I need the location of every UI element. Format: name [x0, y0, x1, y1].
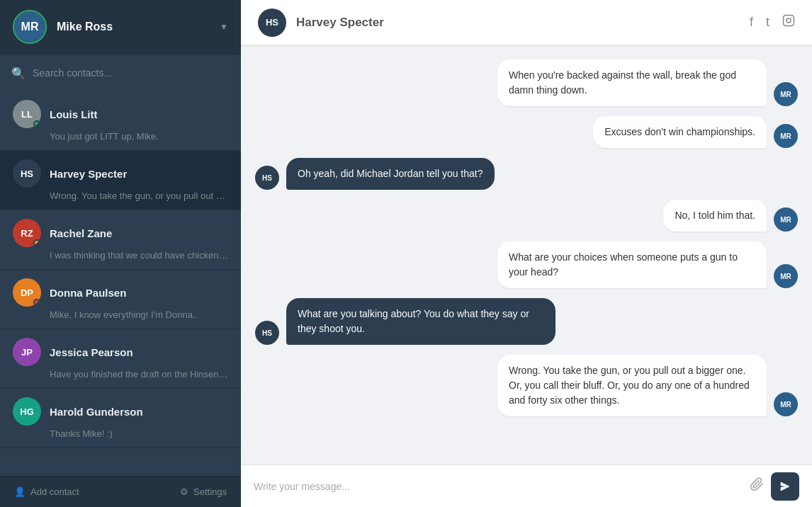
current-user-avatar: MR — [13, 10, 47, 44]
add-contact-label: Add contact — [30, 486, 79, 497]
sidebar-footer: 👤 Add contact ⚙ Settings — [0, 476, 241, 507]
status-dot-donna-paulsen — [33, 299, 40, 306]
add-contact-button[interactable]: 👤 Add contact — [14, 486, 79, 497]
message-avatar-m6: HS — [255, 321, 279, 345]
header-icons: f t — [750, 14, 795, 30]
message-input-area — [241, 465, 812, 507]
contact-avatar-donna-paulsen: DP — [13, 278, 41, 307]
message-avatar-m2: MR — [774, 124, 798, 148]
contact-name-donna-paulsen: Donna Paulsen — [50, 287, 126, 299]
message-bubble-m6: What are you talking about? You do what … — [286, 298, 556, 345]
facebook-icon[interactable]: f — [750, 15, 753, 30]
message-row-m1: When you're backed against the wall, bre… — [255, 59, 798, 106]
contact-name-jessica-pearson: Jessica Pearson — [50, 346, 133, 358]
contact-item-louis-litt[interactable]: LL Louis Litt You just got LITT up, Mike… — [0, 91, 241, 151]
message-avatar-m5: MR — [774, 264, 798, 288]
contact-preview-jessica-pearson: Have you finished the draft on the Hinse… — [13, 369, 228, 380]
message-bubble-m5: What are your choices when someone puts … — [497, 241, 767, 288]
message-row-m2: Excuses don't win championships.MR — [255, 116, 798, 148]
contact-preview-harvey-specter: Wrong. You take the gun, or you pull out… — [13, 190, 228, 201]
contact-avatar-image-harold-gunderson: HG — [13, 397, 41, 426]
svg-point-1 — [786, 18, 791, 23]
chat-contact-avatar-image: HS — [258, 8, 286, 37]
message-bubble-m7: Wrong. You take the gun, or you pull out… — [497, 355, 767, 416]
settings-button[interactable]: ⚙ Settings — [180, 486, 227, 497]
add-contact-icon: 👤 — [14, 486, 26, 497]
chat-area: HS Harvey Specter f t When you're backed… — [241, 0, 812, 507]
status-dot-rachel-zane — [33, 239, 40, 246]
contact-item-donna-paulsen[interactable]: DP Donna Paulsen Mike, I know everything… — [0, 270, 241, 329]
user-dropdown-icon[interactable]: ▼ — [220, 22, 228, 32]
message-row-m3: HSOh yeah, did Michael Jordan tell you t… — [255, 158, 798, 190]
send-button[interactable] — [771, 472, 799, 501]
contacts-list: LL Louis Litt You just got LITT up, Mike… — [0, 91, 241, 476]
contact-avatar-jessica-pearson: JP — [13, 338, 41, 366]
message-bubble-m4: No, I told him that. — [663, 200, 767, 232]
settings-icon: ⚙ — [180, 486, 188, 497]
contact-name-harold-gunderson: Harold Gunderson — [50, 406, 143, 418]
message-input[interactable] — [254, 481, 743, 492]
contact-name-louis-litt: Louis Litt — [50, 108, 98, 120]
contact-name-harvey-specter: Harvey Specter — [50, 168, 127, 180]
contact-name-rachel-zane: Rachel Zane — [50, 227, 112, 239]
message-avatar-m4: MR — [774, 207, 798, 232]
chat-header: HS Harvey Specter f t — [241, 0, 812, 45]
contact-item-harvey-specter[interactable]: HS Harvey Specter Wrong. You take the gu… — [0, 151, 241, 210]
search-icon: 🔍 — [11, 67, 26, 80]
contact-avatar-harvey-specter: HS — [13, 159, 41, 188]
contact-avatar-harold-gunderson: HG — [13, 397, 41, 426]
contact-preview-harold-gunderson: Thanks Mike! :) — [13, 428, 228, 439]
message-avatar-m1: MR — [774, 82, 798, 106]
contact-preview-donna-paulsen: Mike, I know everything! I'm Donna.. — [13, 309, 228, 320]
settings-label: Settings — [193, 486, 227, 497]
contact-avatar-louis-litt: LL — [13, 100, 41, 128]
message-bubble-m1: When you're backed against the wall, bre… — [497, 59, 767, 106]
message-row-m4: No, I told him that.MR — [255, 200, 798, 232]
instagram-icon[interactable] — [782, 14, 795, 30]
message-bubble-m2: Excuses don't win championships. — [593, 116, 767, 148]
user-header: MR Mike Ross ▼ — [0, 0, 241, 55]
search-input[interactable] — [33, 63, 230, 83]
current-user-name: Mike Ross — [57, 21, 214, 33]
message-avatar-m3: HS — [255, 166, 279, 190]
contact-item-jessica-pearson[interactable]: JP Jessica Pearson Have you finished the… — [0, 329, 241, 389]
chat-contact-avatar: HS — [258, 8, 286, 37]
current-user-avatar-image: MR — [14, 11, 45, 42]
contact-avatar-image-harvey-specter: HS — [13, 159, 41, 188]
svg-point-2 — [791, 17, 792, 18]
message-bubble-m3: Oh yeah, did Michael Jordan tell you tha… — [286, 158, 495, 190]
attach-button[interactable] — [750, 477, 764, 495]
twitter-icon[interactable]: t — [766, 15, 769, 30]
message-avatar-m7: MR — [774, 392, 798, 416]
svg-rect-0 — [784, 16, 794, 26]
contact-item-rachel-zane[interactable]: RZ Rachel Zane I was thinking that we co… — [0, 210, 241, 270]
message-row-m7: Wrong. You take the gun, or you pull out… — [255, 355, 798, 416]
chat-contact-name: Harvey Specter — [296, 16, 750, 30]
contact-preview-rachel-zane: I was thinking that we could have chicke… — [13, 250, 228, 261]
status-dot-louis-litt — [33, 120, 40, 127]
contact-avatar-rachel-zane: RZ — [13, 219, 41, 247]
message-row-m5: What are your choices when someone puts … — [255, 241, 798, 288]
sidebar: MR Mike Ross ▼ 🔍 LL Louis Litt You just … — [0, 0, 241, 507]
contact-avatar-image-jessica-pearson: JP — [13, 338, 41, 366]
messages-area: When you're backed against the wall, bre… — [241, 45, 812, 465]
search-bar: 🔍 — [0, 55, 241, 91]
contact-item-harold-gunderson[interactable]: HG Harold Gunderson Thanks Mike! :) — [0, 389, 241, 448]
svg-marker-3 — [781, 482, 789, 491]
message-row-m6: HSWhat are you talking about? You do wha… — [255, 298, 798, 345]
contact-preview-louis-litt: You just got LITT up, Mike. — [13, 131, 228, 142]
